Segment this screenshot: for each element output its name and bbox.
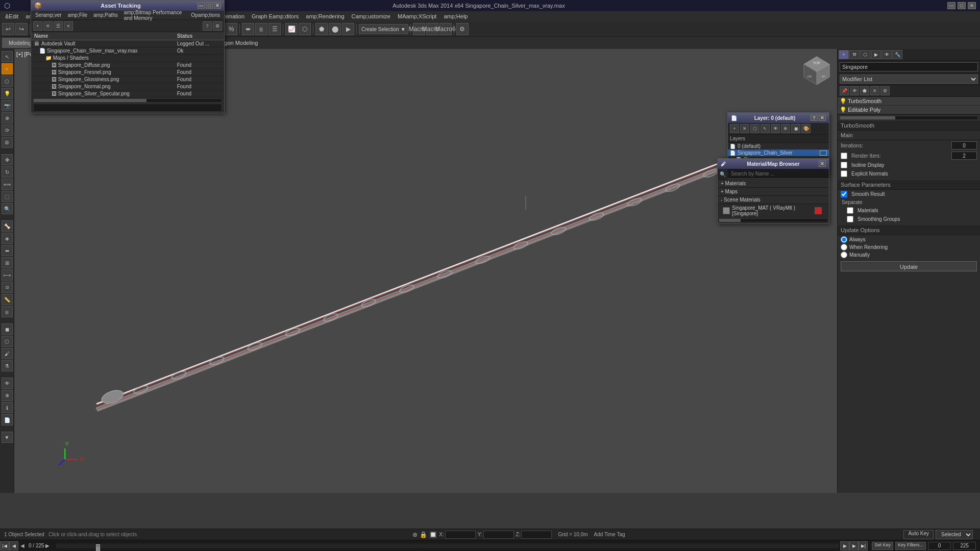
mod-config[interactable]: ⚙ — [880, 86, 890, 95]
autokey-button[interactable]: Auto Key — [903, 530, 934, 539]
z-input[interactable] — [521, 531, 552, 539]
next-key-button[interactable]: ▶| — [859, 541, 868, 550]
mod-remove[interactable]: ✕ — [870, 86, 879, 95]
table-row[interactable]: 🖼 Singapore_Silver_Specular.png Found — [31, 90, 224, 97]
next-frame-button[interactable]: ▶ — [849, 541, 859, 550]
left-bone[interactable]: 🦴 — [2, 220, 13, 232]
toolbar-curve-editor[interactable]: 📈 — [285, 23, 298, 35]
at-menu-ser[interactable]: Seramp;ver — [33, 11, 64, 19]
left-mirror[interactable]: ⬌ — [2, 245, 13, 256]
toolbar-mirror[interactable]: ⬌ — [242, 23, 254, 35]
menu-edit[interactable]: &Edit — [2, 12, 21, 20]
menu-rendering[interactable]: amp;Rendering — [303, 12, 347, 20]
left-skin[interactable]: ◈ — [2, 233, 13, 244]
toolbar-render-scene[interactable]: ⬤ — [329, 23, 341, 35]
table-row[interactable]: 📁 Maps / Shaders — [31, 55, 224, 62]
asset-close[interactable]: ✕ — [214, 3, 221, 9]
at-tool-list[interactable]: ≡ — [64, 21, 73, 31]
rp-icon-display[interactable]: 👁 — [881, 50, 892, 59]
mod-make-unique[interactable]: ⬟ — [860, 86, 869, 95]
isoline-check[interactable] — [841, 162, 847, 168]
toolbar-schematic[interactable]: ⬡ — [299, 23, 311, 35]
left-clone[interactable]: ⧈ — [2, 282, 13, 293]
left-layers[interactable]: 📄 — [2, 414, 13, 425]
at-menu-file[interactable]: amp;File — [66, 11, 89, 19]
update-always-radio[interactable] — [841, 236, 847, 243]
left-cameras[interactable]: 📷 — [2, 100, 13, 111]
layer-hide[interactable]: 👁 — [771, 124, 780, 133]
left-helpers[interactable]: ⊕ — [2, 112, 13, 123]
render-iters-input[interactable] — [951, 152, 977, 160]
left-array[interactable]: ⊞ — [2, 257, 13, 268]
left-create[interactable]: + — [2, 63, 13, 74]
update-manually-radio[interactable] — [841, 252, 847, 258]
left-select2[interactable]: ⬚ — [2, 191, 13, 202]
update-when-rendering-radio[interactable] — [841, 244, 847, 251]
left-spacewarps[interactable]: ⟳ — [2, 124, 13, 136]
render-iters-check[interactable] — [841, 153, 847, 159]
table-row[interactable]: 📄 Singapore_Chain_Silver_max_vray.max Ok — [31, 47, 224, 55]
x-input[interactable] — [445, 531, 476, 539]
layer-remove[interactable]: ✕ — [740, 124, 749, 133]
left-rotate[interactable]: ↻ — [2, 166, 13, 178]
left-paint[interactable]: 🖌 — [2, 348, 13, 359]
toolbar-percent-snap[interactable]: % — [225, 23, 237, 35]
menu-customize[interactable]: Camp;ustomize — [349, 12, 394, 20]
at-tool-add[interactable]: + — [33, 21, 42, 31]
mod-show[interactable]: 👁 — [850, 86, 859, 95]
modifier-scrollbar[interactable] — [840, 116, 978, 120]
mod-pin[interactable]: 📌 — [840, 86, 849, 95]
left-scale[interactable]: ⟺ — [2, 179, 13, 190]
rp-icon-utilities[interactable]: 🔧 — [892, 50, 902, 59]
left-move[interactable]: ✥ — [2, 154, 13, 165]
toolbar-extra[interactable]: ⚙ — [456, 23, 469, 35]
prev-frame-button[interactable]: ◀ — [9, 541, 18, 550]
layer-item-sg-chain[interactable]: 📄 Singapore_Chain_Silver — [728, 149, 829, 156]
toolbar-layer-mgr[interactable]: ☰ — [268, 23, 281, 35]
layer-color[interactable]: 🎨 — [801, 124, 811, 133]
modifier-editable-poly[interactable]: 💡 Editable Poly — [838, 106, 980, 114]
iterations-input[interactable] — [951, 141, 977, 149]
navigation-cube[interactable]: TOP FR RT — [801, 54, 832, 85]
layer-add-sel[interactable]: ⬡ — [750, 124, 760, 133]
modifier-list-dropdown[interactable]: Modifier List — [840, 74, 978, 84]
left-unwrap[interactable]: ⬡ — [2, 336, 13, 347]
mat-section-scene[interactable]: - Scene Materials — [718, 196, 829, 204]
mat-browser-close[interactable]: ✕ — [819, 161, 826, 167]
mat-item-singapore[interactable]: Singapore_MAT ( VRayMtl ) [Singapore] — [718, 204, 829, 217]
current-frame-input[interactable] — [928, 542, 951, 550]
menu-graph-editors[interactable]: Graph Eamp;ditors — [249, 12, 302, 20]
asset-restore[interactable]: □ — [206, 3, 213, 9]
left-measure[interactable]: 📏 — [2, 294, 13, 305]
object-name-input[interactable] — [840, 62, 978, 71]
toolbar-redo[interactable]: ↪ — [15, 23, 28, 35]
left-shapes[interactable]: ⬡ — [2, 76, 13, 87]
minimize-button[interactable]: — — [947, 2, 955, 9]
macro-6[interactable]: Macro6 — [439, 23, 452, 35]
toolbar-undo[interactable]: ↩ — [2, 23, 14, 35]
end-frame-input[interactable] — [953, 542, 976, 550]
table-row[interactable]: 🖼 Singapore_Glossiness.png Found — [31, 76, 224, 83]
left-reactor[interactable]: ⚗ — [2, 360, 13, 371]
mat-section-materials[interactable]: + Materials — [718, 180, 829, 188]
at-menu-options[interactable]: Opamp;tions — [189, 11, 222, 19]
key-filters-button[interactable]: Key Filters... — [895, 542, 926, 550]
at-tool-settings[interactable]: ⚙ — [213, 21, 222, 31]
separate-smoothing-check[interactable] — [847, 216, 853, 222]
menu-help[interactable]: amp;Help — [440, 12, 471, 20]
at-menu-paths[interactable]: amp;Paths — [91, 11, 120, 19]
left-hide[interactable]: 👁 — [2, 378, 13, 389]
play-button[interactable]: ▶ — [840, 541, 849, 550]
modifier-turbosmooth[interactable]: 💡 TurboSmooth — [838, 97, 980, 106]
table-row[interactable]: 🖼 Singapore_Diffuse.png Found — [31, 62, 224, 69]
layer-item-default[interactable]: 📄 0 (default) — [728, 143, 829, 149]
toolbar-align[interactable]: ⫼ — [255, 23, 267, 35]
update-button[interactable]: Update — [841, 261, 977, 271]
layer-select[interactable]: ↖ — [761, 124, 770, 133]
left-arrow-down[interactable]: ▼ — [2, 432, 13, 443]
close-button[interactable]: ✕ — [968, 2, 976, 9]
set-key-button[interactable]: Set Key — [872, 542, 893, 550]
explicit-normals-check[interactable] — [841, 170, 847, 177]
table-row[interactable]: 🏛Autodesk Vault Logged Out ... — [31, 40, 224, 47]
timeline-track[interactable] — [57, 544, 839, 548]
